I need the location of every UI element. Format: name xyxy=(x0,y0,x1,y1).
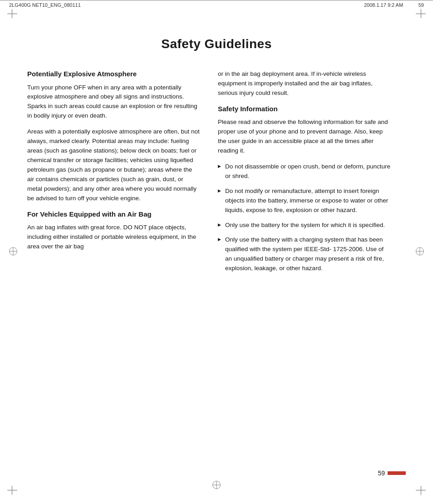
reg-mark-right xyxy=(416,247,424,257)
bullet-item-4: Only use the battery with a charging sys… xyxy=(218,235,390,273)
page-number-text: 59 xyxy=(378,469,385,477)
page-container: 2LG400G NET10_ENG_080111 2008.1.17 9:2 A… xyxy=(0,0,433,504)
crop-mark-br-v xyxy=(421,486,421,495)
section1-heading: Potentially Explosive Atmosphere xyxy=(27,69,200,79)
safety-info-intro: Please read and observe the following in… xyxy=(218,118,390,156)
section2-para1: An air bag inflates with great force. DO… xyxy=(27,223,200,252)
header-left-text: 2LG400G NET10_ENG_080111 xyxy=(9,2,81,8)
right-column: or in the air bag deployment area. If in… xyxy=(218,69,390,279)
crop-mark-tr-v xyxy=(421,9,421,18)
page-number-box xyxy=(388,471,406,475)
bullet-item-3: Only use the battery for the system for … xyxy=(218,221,390,230)
content-area: Potentially Explosive Atmosphere Turn yo… xyxy=(0,69,433,279)
bullet-item-2: Do not modify or remanufacture, attempt … xyxy=(218,187,390,215)
safety-info-heading: Safety Information xyxy=(218,104,390,114)
section2-heading: For Vehicles Equipped with an Air Bag xyxy=(27,210,200,219)
page-title: Safety Guidelines xyxy=(0,37,433,51)
crop-mark-bl-v xyxy=(12,486,12,495)
crop-mark-tl-h xyxy=(7,14,17,14)
reg-mark-left xyxy=(9,247,17,257)
section1-para2: Areas with a potentially explosive atmos… xyxy=(27,127,200,203)
bullet-list: Do not disassemble or open crush, bend o… xyxy=(218,162,390,273)
header-right-text: 2008.1.17 9:2 AM 59 xyxy=(364,2,424,8)
crop-mark-bl-h xyxy=(7,490,17,490)
header-bar: 2LG400G NET10_ENG_080111 2008.1.17 9:2 A… xyxy=(0,0,433,10)
section1-para1: Turn your phone OFF when in any area wit… xyxy=(27,83,200,121)
reg-mark-bottom xyxy=(212,481,221,490)
continuation-text: or in the air bag deployment area. If in… xyxy=(218,69,390,98)
left-column: Potentially Explosive Atmosphere Turn yo… xyxy=(27,69,200,279)
page-number-area: 59 xyxy=(378,469,406,477)
bullet-item-1: Do not disassemble or open crush, bend o… xyxy=(218,162,390,181)
crop-mark-tl-v xyxy=(12,9,12,18)
